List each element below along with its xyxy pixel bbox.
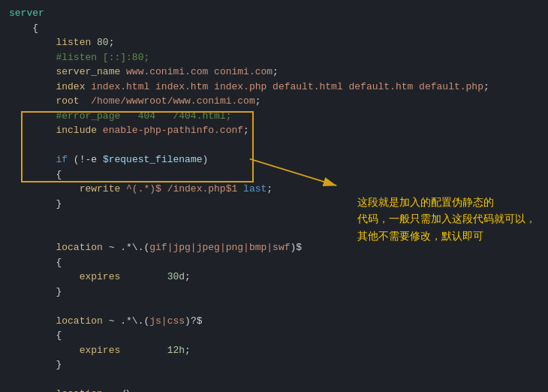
code-line: server_name www.conimi.com conimi.com; [0,65,548,80]
code-line [0,211,548,226]
code-line [0,138,548,153]
code-line [0,372,548,387]
code-line: } [0,197,548,212]
code-line: location ~ /\. [0,387,548,392]
code-line: location ~ .*\.(js|css)?$ [0,314,548,329]
code-editor: server { listen 80; #listen [::]:80; ser… [0,0,548,392]
code-line: } [0,357,548,372]
code-line: index index.html index.htm index.php def… [0,80,548,95]
code-line [0,226,548,241]
code-line: { [0,21,548,36]
code-line: } [0,285,548,300]
code-line: listen 80; [0,35,548,50]
code-line: { [0,328,548,343]
code-line: expires 30d; [0,270,548,285]
code-line: { [0,255,548,270]
code-line: root /home/wwwroot/www.conimi.com; [0,94,548,109]
code-line: rewrite ^(.*)$ /index.php$1 last; [0,182,548,197]
code-line: include enable-php-pathinfo.conf; [0,123,548,138]
code-line: location ~ .*\.(gif|jpg|jpeg|png|bmp|swf… [0,240,548,255]
code-line: { [0,167,548,182]
code-line: server [0,6,548,21]
code-line: expires 12h; [0,343,548,358]
code-line: #error_page 404 /404.html; [0,109,548,124]
code-line: #listen [::]:80; [0,50,548,65]
code-line [0,299,548,314]
code-line: if (!-e $request_filename) [0,152,548,167]
